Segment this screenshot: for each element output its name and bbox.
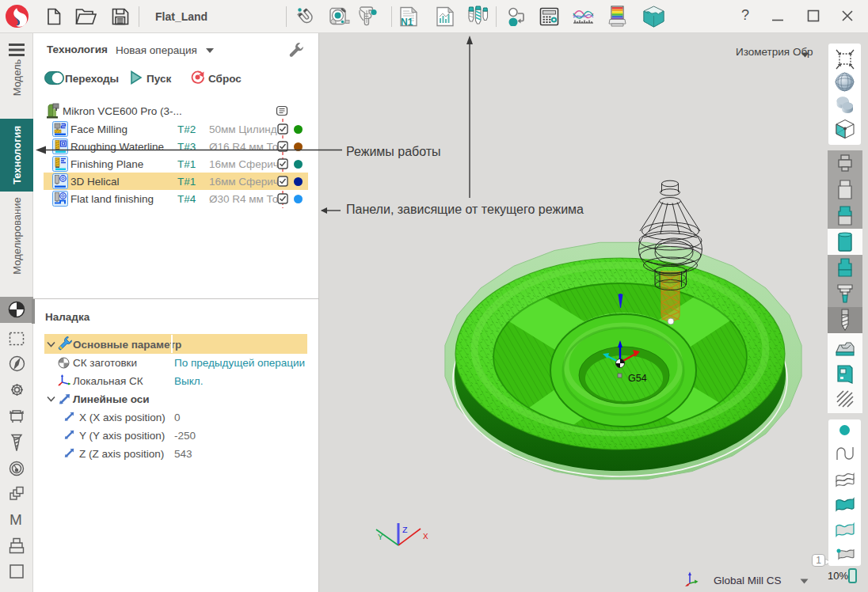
svg-text:Z: Z	[402, 526, 408, 535]
svg-text:X: X	[423, 532, 428, 541]
svg-text:G54: G54	[628, 373, 647, 384]
svg-text:Y: Y	[378, 533, 383, 542]
svg-text:N1: N1	[401, 17, 413, 28]
